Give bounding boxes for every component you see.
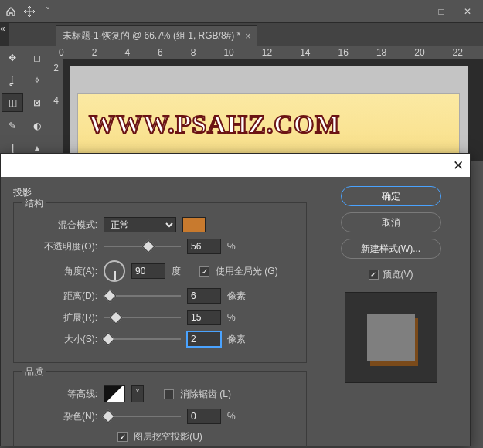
knockout-label: 图层挖空投影(U) <box>134 430 202 443</box>
healing-tool-icon[interactable]: ◐ <box>26 117 48 135</box>
distance-unit: 像素 <box>227 290 249 303</box>
workspace: ✥ ◻ ʆ ✧ ◫ ⊠ ✎ ◐ ɭ ▲ 02468101214161820222… <box>0 46 483 161</box>
size-input[interactable] <box>187 331 221 347</box>
contour-dropdown-icon[interactable]: ˅ <box>131 385 144 402</box>
antialias-checkbox[interactable] <box>164 389 174 399</box>
new-style-button[interactable]: 新建样式(W)... <box>341 239 441 259</box>
layer-style-dialog: ✕ 投影 结构 混合模式: 正常 不透明度(O): % 角度(A): <box>0 153 471 446</box>
eyedropper-tool-icon[interactable]: ✎ <box>2 117 23 135</box>
noise-unit: % <box>227 411 249 422</box>
distance-input[interactable] <box>187 288 221 304</box>
ruler-horizontal: 024681012141618202224 <box>49 46 483 59</box>
quality-fieldset: 品质 等高线: ˅ 消除锯齿 (L) 杂色(N): % <box>13 371 307 448</box>
size-label: 大小(S): <box>23 333 97 346</box>
angle-unit: 度 <box>172 265 193 278</box>
document-tab-label: 未标题-1-恢复的 @ 66.7% (组 1, RGB/8#) * <box>63 29 240 42</box>
blend-mode-select[interactable]: 正常 <box>104 217 176 232</box>
dialog-settings-column: 投影 结构 混合模式: 正常 不透明度(O): % 角度(A): <box>13 186 307 440</box>
lasso-tool-icon[interactable]: ʆ <box>2 71 23 90</box>
window-close-icon[interactable]: ✕ <box>457 5 478 19</box>
panel-collapse-strip[interactable]: « <box>0 23 9 46</box>
dropdown-caret-icon[interactable]: ˅ <box>42 5 54 18</box>
distance-label: 距离(D): <box>23 290 97 303</box>
structure-legend: 结构 <box>22 197 46 210</box>
effect-preview <box>345 292 437 383</box>
shadow-color-swatch[interactable] <box>182 217 206 232</box>
angle-dial[interactable] <box>104 260 125 282</box>
knockout-checkbox[interactable] <box>117 432 128 442</box>
global-light-checkbox[interactable] <box>199 266 209 277</box>
canvas-viewport[interactable]: WWW.PSAHZ.COM <box>70 66 468 161</box>
opacity-label: 不透明度(O): <box>23 240 97 253</box>
move-handle-icon[interactable] <box>23 5 36 18</box>
spread-input[interactable] <box>187 310 221 325</box>
preview-checkbox[interactable] <box>369 270 379 280</box>
opacity-unit: % <box>227 241 249 252</box>
spread-slider[interactable] <box>104 312 181 323</box>
blend-mode-label: 混合模式: <box>23 219 97 232</box>
structure-fieldset: 结构 混合模式: 正常 不透明度(O): % 角度(A): 度 <box>13 202 307 363</box>
move-tool-icon[interactable]: ✥ <box>2 49 23 67</box>
app-topbar: ˅ – □ ✕ <box>0 0 483 23</box>
cancel-button[interactable]: 取消 <box>341 212 441 232</box>
document-tabbar: « 未标题-1-恢复的 @ 66.7% (组 1, RGB/8#) * × <box>0 23 483 46</box>
ruler-vertical: 24 <box>49 59 63 161</box>
dialog-action-column: 确定 取消 新建样式(W)... 预览(V) <box>324 186 457 440</box>
marquee-tool-icon[interactable]: ◻ <box>26 49 48 67</box>
opacity-slider[interactable] <box>104 241 181 252</box>
noise-slider[interactable] <box>104 411 181 422</box>
frame-tool-icon[interactable]: ⊠ <box>26 93 48 112</box>
spread-unit: % <box>227 312 249 323</box>
magic-wand-tool-icon[interactable]: ✧ <box>26 71 48 90</box>
noise-input[interactable] <box>187 409 221 424</box>
tool-panel: ✥ ◻ ʆ ✧ ◫ ⊠ ✎ ◐ ɭ ▲ <box>0 46 49 161</box>
window-minimize-icon[interactable]: – <box>404 5 426 19</box>
close-icon[interactable]: ✕ <box>453 158 464 174</box>
window-maximize-icon[interactable]: □ <box>430 5 452 19</box>
opacity-input[interactable] <box>187 239 221 254</box>
angle-label: 角度(A): <box>23 265 97 278</box>
home-icon[interactable] <box>5 5 17 18</box>
size-unit: 像素 <box>227 333 249 346</box>
close-tab-icon[interactable]: × <box>245 31 250 42</box>
dialog-titlebar[interactable]: ✕ <box>1 154 470 177</box>
size-slider[interactable] <box>104 334 181 344</box>
antialias-label: 消除锯齿 (L) <box>180 388 231 401</box>
artboard: WWW.PSAHZ.COM <box>77 93 460 155</box>
ok-button[interactable]: 确定 <box>341 186 441 206</box>
noise-label: 杂色(N): <box>23 410 97 423</box>
contour-label: 等高线: <box>23 388 97 401</box>
preview-label: 预览(V) <box>383 268 413 281</box>
angle-input[interactable] <box>131 263 165 279</box>
crop-tool-icon[interactable]: ◫ <box>2 93 23 112</box>
spread-label: 扩展(R): <box>23 311 97 324</box>
quality-legend: 品质 <box>22 365 46 378</box>
art-text: WWW.PSAHZ.COM <box>89 110 340 139</box>
document-tab[interactable]: 未标题-1-恢复的 @ 66.7% (组 1, RGB/8#) * × <box>56 25 257 46</box>
global-light-label: 使用全局光 (G) <box>216 265 278 278</box>
distance-slider[interactable] <box>104 290 181 301</box>
contour-picker[interactable] <box>104 385 125 402</box>
section-title: 投影 <box>13 186 307 199</box>
